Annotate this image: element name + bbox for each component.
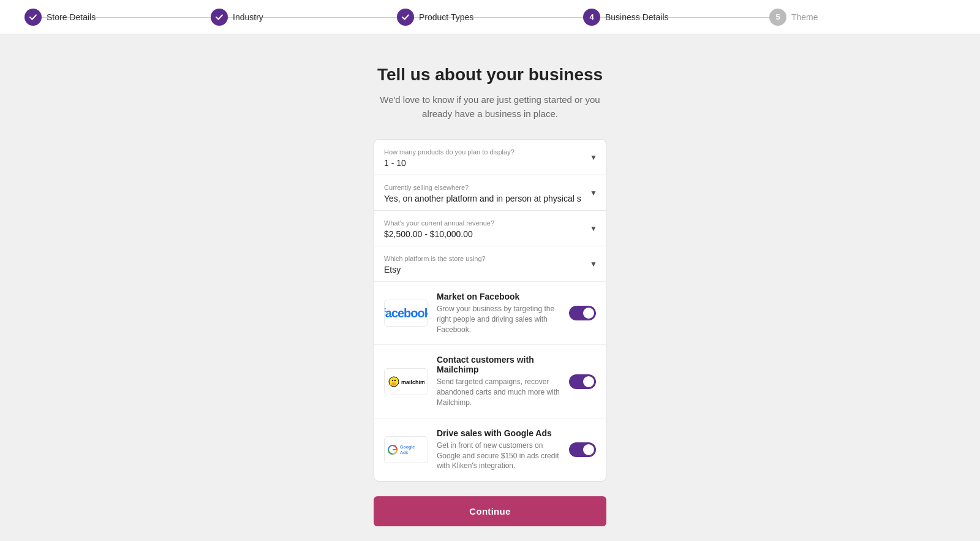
products-count-field[interactable]: How many products do you plan to display… xyxy=(374,140,606,175)
step-label-theme: Theme xyxy=(791,12,818,22)
google-ads-title: Drive sales with Google Ads xyxy=(437,428,560,438)
platform-field[interactable]: Which platform is the store using? Etsy … xyxy=(374,246,606,281)
svg-point-2 xyxy=(392,379,393,380)
google-ads-desc: Get in front of new customers on Google … xyxy=(437,441,560,471)
facebook-title: Market on Facebook xyxy=(437,292,560,301)
annual-revenue-arrow: ▼ xyxy=(590,224,597,233)
page-subtitle: We'd love to know if you are just gettin… xyxy=(368,93,612,121)
facebook-logo: facebook xyxy=(384,300,428,327)
page-title: Tell us about your business xyxy=(377,65,603,85)
facebook-toggle[interactable] xyxy=(569,306,596,320)
annual-revenue-value: $2,500.00 - $10,000.00 xyxy=(384,229,473,239)
google-ads-info: Drive sales with Google Ads Get in front… xyxy=(437,428,560,471)
step-theme[interactable]: 5 Theme xyxy=(769,9,956,26)
step-circle-business-details: 4 xyxy=(583,9,600,26)
progress-bar: Store Details Industry Product Types 4 B… xyxy=(0,0,980,34)
selling-elsewhere-arrow: ▼ xyxy=(590,189,597,197)
svg-text:Google: Google xyxy=(400,445,415,450)
mailchimp-svg: mailchimp xyxy=(388,373,424,391)
continue-button[interactable]: Continue xyxy=(374,496,606,526)
products-count-value: 1 - 10 xyxy=(384,158,406,168)
step-product-types[interactable]: Product Types xyxy=(397,9,583,26)
annual-revenue-field[interactable]: What's your current annual revenue? $2,5… xyxy=(374,211,606,246)
facebook-integration: facebook Market on Facebook Grow your bu… xyxy=(374,281,606,345)
mailchimp-desc: Send targeted campaigns, recover abandon… xyxy=(437,377,560,407)
mailchimp-info: Contact customers with Mailchimp Send ta… xyxy=(437,355,560,407)
step-store-details[interactable]: Store Details xyxy=(24,9,211,26)
step-business-details[interactable]: 4 Business Details xyxy=(583,9,769,26)
platform-label: Which platform is the store using? xyxy=(384,255,596,262)
svg-text:Ads: Ads xyxy=(400,450,408,455)
svg-point-3 xyxy=(394,379,396,380)
step-label-product-types: Product Types xyxy=(419,12,473,22)
svg-text:mailchimp: mailchimp xyxy=(401,379,424,385)
facebook-info: Market on Facebook Grow your business by… xyxy=(437,292,560,335)
step-circle-theme: 5 xyxy=(769,9,786,26)
google-ads-integration: Google Ads Drive sales with Google Ads G… xyxy=(374,418,606,481)
selling-elsewhere-field[interactable]: Currently selling elsewhere? Yes, on ano… xyxy=(374,175,606,211)
step-circle-industry xyxy=(211,9,228,26)
step-industry[interactable]: Industry xyxy=(211,9,397,26)
products-count-arrow: ▼ xyxy=(590,153,597,162)
google-ads-logo: Google Ads xyxy=(384,436,428,463)
selling-elsewhere-label: Currently selling elsewhere? xyxy=(384,184,596,191)
step-label-store-details: Store Details xyxy=(47,12,96,22)
mailchimp-logo: mailchimp xyxy=(384,368,428,395)
step-label-industry: Industry xyxy=(233,12,263,22)
facebook-desc: Grow your business by targeting the righ… xyxy=(437,304,560,335)
svg-point-1 xyxy=(391,382,396,386)
products-count-label: How many products do you plan to display… xyxy=(384,148,596,156)
mailchimp-toggle[interactable] xyxy=(569,374,596,389)
step-label-business-details: Business Details xyxy=(605,12,669,22)
mailchimp-integration: mailchimp Contact customers with Mailchi… xyxy=(374,345,606,418)
google-ads-svg: Google Ads xyxy=(388,441,424,459)
platform-arrow: ▼ xyxy=(590,260,597,268)
step-circle-product-types xyxy=(397,9,414,26)
step-circle-store-details xyxy=(24,9,42,26)
annual-revenue-label: What's your current annual revenue? xyxy=(384,219,596,227)
selling-elsewhere-value: Yes, on another platform and in person a… xyxy=(384,194,581,203)
mailchimp-title: Contact customers with Mailchimp xyxy=(437,355,560,374)
form-card: How many products do you plan to display… xyxy=(374,139,606,482)
platform-value: Etsy xyxy=(384,265,401,274)
google-ads-toggle[interactable] xyxy=(569,442,596,457)
main-content: Tell us about your business We'd love to… xyxy=(0,34,980,541)
